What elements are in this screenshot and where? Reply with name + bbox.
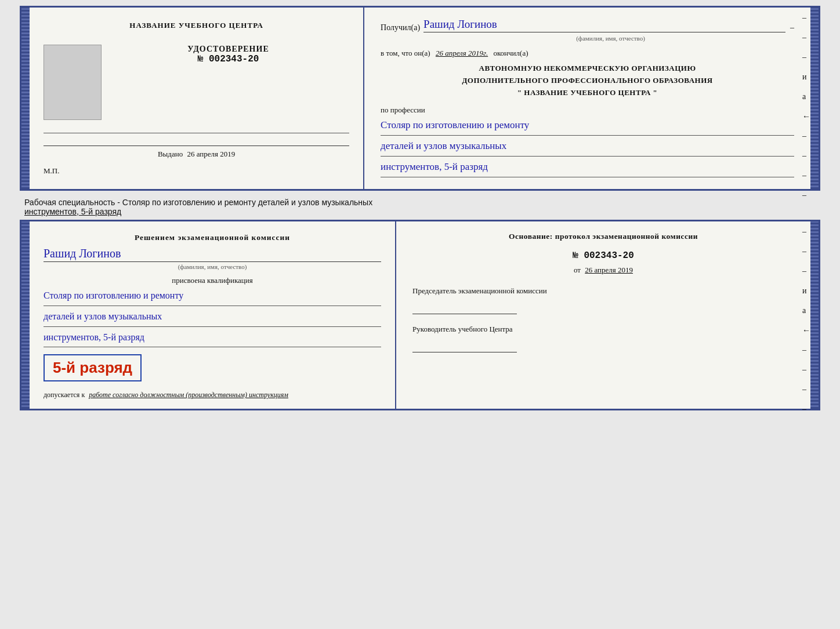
org-line3: " НАЗВАНИЕ УЧЕБНОГО ЦЕНТРА " xyxy=(381,87,794,99)
osnovanie-title: Основание: протокол экзаменационной коми… xyxy=(412,232,794,241)
profession-line2-top: деталей и узлов музыкальных xyxy=(381,138,794,157)
predsedatel-block: Председатель экзаменационной комиссии xyxy=(412,286,794,314)
photo-placeholder xyxy=(44,45,102,120)
prisvoyena-label: присвоена квалификация xyxy=(44,276,381,285)
spine-right-inner xyxy=(810,221,819,409)
inner-left-page: Решением экзаменационной комиссии Рашид … xyxy=(30,221,396,409)
specialty-prefix: Рабочая специальность - Столяр по изгото… xyxy=(24,198,372,207)
right-edge-marks-inner: – – – и а ← – – – – xyxy=(802,227,810,414)
org-line2: ДОПОЛНИТЕЛЬНОГО ПРОФЕССИОНАЛЬНОГО ОБРАЗО… xyxy=(381,75,794,87)
vydano-line: Выдано 26 апреля 2019 xyxy=(44,146,349,159)
recipient-name-top: Рашид Логинов xyxy=(423,18,785,32)
cert-left-page: НАЗВАНИЕ УЧЕБНОГО ЦЕНТРА УДОСТОВЕРЕНИЕ №… xyxy=(30,8,364,189)
inner-right-page: Основание: протокол экзаменационной коми… xyxy=(396,221,810,409)
profession-inner-line1: Столяр по изготовлению и ремонту xyxy=(44,288,381,306)
ot-date: 26 апреля 2019 xyxy=(585,266,633,274)
certificate-book-inner: Решением экзаменационной комиссии Рашид … xyxy=(20,220,820,410)
org-block: АВТОНОМНУЮ НЕКОММЕРЧЕСКУЮ ОРГАНИЗАЦИЮ ДО… xyxy=(381,63,794,99)
rukovoditel-block: Руководитель учебного Центра xyxy=(412,325,794,352)
predsedatel-signature-line xyxy=(412,300,517,314)
spine-left-top xyxy=(21,8,30,189)
recipient-name-inner: Рашид Логинов xyxy=(44,247,381,262)
razryad-badge-text: 5-й разряд xyxy=(53,359,132,376)
profession-line1-top: Столяр по изготовлению и ремонту xyxy=(381,117,794,136)
profession-inner-line3: инструментов, 5-й разряд xyxy=(44,329,381,348)
poluchil-row: Получил(а) Рашид Логинов – xyxy=(381,18,794,32)
udost-number: № 002343-20 xyxy=(187,54,269,64)
vydano-label: Выдано xyxy=(158,150,183,158)
ot-label: от xyxy=(574,266,581,274)
razryad-badge: 5-й разряд xyxy=(44,354,142,381)
spine-right-top xyxy=(810,8,819,189)
dash-top: – xyxy=(790,23,794,32)
specialty-suffix: инструментов, 5-й разряд xyxy=(24,207,121,216)
document-container: НАЗВАНИЕ УЧЕБНОГО ЦЕНТРА УДОСТОВЕРЕНИЕ №… xyxy=(20,6,820,416)
mp-label: М.П. xyxy=(44,166,59,176)
fio-small-top: (фамилия, имя, отчество) xyxy=(381,35,794,42)
protocol-number: № 002343-20 xyxy=(412,250,794,261)
predsedatel-label: Председатель экзаменационной комиссии xyxy=(412,286,794,296)
rukovoditel-label: Руководитель учебного Центра xyxy=(412,325,794,334)
poluchil-label: Получил(а) xyxy=(381,23,420,32)
dopuskaetsya-text: работе согласно должностным (производств… xyxy=(89,391,288,399)
profession-top: Столяр по изготовлению и ремонту деталей… xyxy=(381,117,794,177)
right-edge-marks-top: – – – и а ← – – – – xyxy=(802,13,810,200)
profession-line3-top: инструментов, 5-й разряд xyxy=(381,159,794,177)
cert-right-page: Получил(а) Рашид Логинов – (фамилия, имя… xyxy=(364,8,810,189)
vtom-date: 26 апреля 2019г. xyxy=(436,49,488,57)
certificate-book-top: НАЗВАНИЕ УЧЕБНОГО ЦЕНТРА УДОСТОВЕРЕНИЕ №… xyxy=(20,6,820,191)
profession-inner: Столяр по изготовлению и ремонту деталей… xyxy=(44,288,381,347)
dopuskaetsya-label: допускается к xyxy=(44,391,85,399)
specialty-text: Рабочая специальность - Столяр по изгото… xyxy=(24,198,820,216)
dopuskaetsya-line: допускается к работе согласно должностны… xyxy=(44,391,381,399)
spine-left-inner xyxy=(21,221,30,409)
org-line1: АВТОНОМНУЮ НЕКОММЕРЧЕСКУЮ ОРГАНИЗАЦИЮ xyxy=(381,63,794,75)
okonchil-label: окончил(а) xyxy=(493,49,528,57)
resheniyem-title: Решением экзаменационной комиссии xyxy=(44,233,381,242)
vtom-label: в том, что он(а) xyxy=(381,49,430,57)
profession-inner-line2: деталей и узлов музыкальных xyxy=(44,308,381,327)
udost-title: УДОСТОВЕРЕНИЕ xyxy=(187,45,269,54)
ot-date-row: от 26 апреля 2019 xyxy=(412,266,794,275)
udost-block: УДОСТОВЕРЕНИЕ № 002343-20 xyxy=(187,45,269,64)
po-professii-label: по профессии xyxy=(381,106,794,115)
rukovoditel-signature-line xyxy=(412,339,517,352)
left-center-title: НАЗВАНИЕ УЧЕБНОГО ЦЕНТРА xyxy=(129,21,263,30)
vydano-date: 26 апреля 2019 xyxy=(187,150,235,158)
vtom-row: в том, что он(а) 26 апреля 2019г. окончи… xyxy=(381,49,794,58)
fio-small-inner: (фамилия, имя, отчество) xyxy=(44,263,381,270)
